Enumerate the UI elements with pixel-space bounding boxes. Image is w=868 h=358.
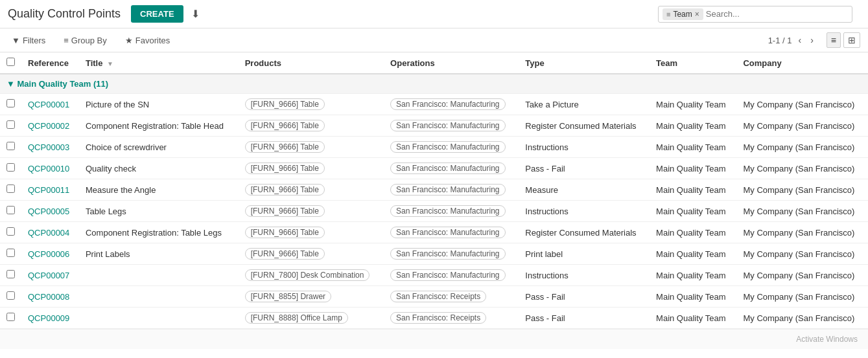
ref-link[interactable]: QCP00004 <box>28 228 69 238</box>
row-checkbox[interactable] <box>6 185 15 193</box>
row-product: [FURN_9666] Table <box>239 158 384 179</box>
row-ref[interactable]: QCP00006 <box>21 243 79 265</box>
table-row: QCP00008 [FURN_8855] Drawer San Francisc… <box>0 286 868 308</box>
ref-link[interactable]: QCP00006 <box>28 249 69 259</box>
ref-link[interactable]: QCP00010 <box>28 164 69 173</box>
row-checkbox[interactable] <box>6 313 15 321</box>
table-row: QCP00009 [FURN_8888] Office Lamp San Fra… <box>0 308 868 329</box>
row-type: Measure <box>519 179 650 201</box>
product-tag: [FURN_9666] Table <box>245 184 325 196</box>
row-checkbox-cell[interactable] <box>0 201 21 222</box>
row-operation: San Francisco: Manufacturing <box>384 94 519 115</box>
row-team: Main Quality Team <box>650 222 736 243</box>
grid-view-button[interactable]: ⊞ <box>843 32 860 48</box>
search-tag-team: ≡ Team × <box>663 8 703 20</box>
product-tag: [FURN_8855] Drawer <box>245 291 331 302</box>
row-ref[interactable]: QCP00007 <box>21 265 79 286</box>
row-ref[interactable]: QCP00004 <box>21 222 79 243</box>
row-checkbox-cell[interactable] <box>0 286 21 308</box>
row-title: Print Labels <box>79 243 239 265</box>
row-operation: San Francisco: Manufacturing <box>384 222 519 243</box>
row-team: Main Quality Team <box>650 265 736 286</box>
product-tag: [FURN_9666] Table <box>245 227 325 238</box>
ref-link[interactable]: QCP00001 <box>28 100 69 109</box>
ref-link[interactable]: QCP00011 <box>28 185 69 195</box>
row-company: My Company (San Francisco) <box>736 158 868 179</box>
groupby-button[interactable]: ≡ Group By <box>60 34 111 47</box>
row-checkbox-cell[interactable] <box>0 137 21 158</box>
ref-link[interactable]: QCP00008 <box>28 292 69 302</box>
list-view-button[interactable]: ≡ <box>827 32 841 48</box>
ref-link[interactable]: QCP00005 <box>28 207 69 216</box>
row-company: My Company (San Francisco) <box>736 286 868 308</box>
col-company: Company <box>736 52 868 74</box>
row-team: Main Quality Team <box>650 243 736 265</box>
table-body: ▼ Main Quality Team (11) QCP00001 Pictur… <box>0 74 868 329</box>
row-checkbox[interactable] <box>6 142 15 150</box>
row-checkbox-cell[interactable] <box>0 158 21 179</box>
row-checkbox[interactable] <box>6 206 15 214</box>
product-tag: [FURN_9666] Table <box>245 120 325 131</box>
tag-label: Team <box>673 10 692 19</box>
ref-link[interactable]: QCP00009 <box>28 313 69 323</box>
product-tag: [FURN_9666] Table <box>245 162 325 174</box>
row-ref[interactable]: QCP00003 <box>21 137 79 158</box>
row-checkbox[interactable] <box>6 120 15 129</box>
row-checkbox-cell[interactable] <box>0 94 21 115</box>
product-tag: [FURN_8888] Office Lamp <box>245 312 348 324</box>
row-team: Main Quality Team <box>650 158 736 179</box>
row-company: My Company (San Francisco) <box>736 201 868 222</box>
row-operation: San Francisco: Manufacturing <box>384 115 519 137</box>
download-button[interactable]: ⬇ <box>189 5 202 23</box>
col-type: Type <box>519 52 650 74</box>
product-tag: [FURN_9666] Table <box>245 141 325 153</box>
group-header-cell[interactable]: ▼ Main Quality Team (11) <box>0 74 868 94</box>
row-ref[interactable]: QCP00011 <box>21 179 79 201</box>
row-checkbox[interactable] <box>6 291 15 300</box>
ref-link[interactable]: QCP00003 <box>28 142 69 152</box>
row-checkbox[interactable] <box>6 99 15 107</box>
view-toggle: ≡ ⊞ <box>827 32 860 48</box>
tag-close-button[interactable]: × <box>695 10 699 19</box>
ref-link[interactable]: QCP00002 <box>28 121 69 131</box>
row-product: [FURN_9666] Table <box>239 115 384 137</box>
product-tag: [FURN_9666] Table <box>245 98 325 110</box>
create-button[interactable]: CREATE <box>131 5 183 23</box>
operation-tag: San Francisco: Receipts <box>390 312 486 324</box>
row-type: Print label <box>519 243 650 265</box>
operation-tag: San Francisco: Manufacturing <box>390 98 505 110</box>
row-checkbox[interactable] <box>6 227 15 236</box>
row-checkbox-cell[interactable] <box>0 243 21 265</box>
prev-page-button[interactable]: ‹ <box>795 34 804 47</box>
filters-button[interactable]: ▼ Filters <box>8 34 49 47</box>
select-all-checkbox[interactable] <box>6 58 15 66</box>
groupby-label: Group By <box>71 36 107 45</box>
row-checkbox[interactable] <box>6 163 15 172</box>
next-page-button[interactable]: › <box>808 34 816 47</box>
row-company: My Company (San Francisco) <box>736 308 868 329</box>
group-header-row: ▼ Main Quality Team (11) <box>0 74 868 94</box>
row-team: Main Quality Team <box>650 308 736 329</box>
row-checkbox[interactable] <box>6 270 15 278</box>
row-ref[interactable]: QCP00008 <box>21 286 79 308</box>
ref-link[interactable]: QCP00007 <box>28 271 69 280</box>
favorites-button[interactable]: ★ Favorites <box>121 34 174 47</box>
row-ref[interactable]: QCP00001 <box>21 94 79 115</box>
row-checkbox[interactable] <box>6 249 15 257</box>
row-ref[interactable]: QCP00005 <box>21 201 79 222</box>
row-ref[interactable]: QCP00002 <box>21 115 79 137</box>
row-checkbox-cell[interactable] <box>0 222 21 243</box>
main-table: Reference Title ▼ Products Operations Ty… <box>0 52 868 329</box>
select-all-header[interactable] <box>0 52 21 74</box>
col-title[interactable]: Title ▼ <box>79 52 239 74</box>
row-ref[interactable]: QCP00010 <box>21 158 79 179</box>
row-checkbox-cell[interactable] <box>0 179 21 201</box>
row-operation: San Francisco: Manufacturing <box>384 243 519 265</box>
row-type: Register Consumed Materials <box>519 115 650 137</box>
row-checkbox-cell[interactable] <box>0 265 21 286</box>
row-checkbox-cell[interactable] <box>0 308 21 329</box>
row-checkbox-cell[interactable] <box>0 115 21 137</box>
favorites-icon: ★ <box>125 36 133 45</box>
search-input[interactable] <box>706 9 848 19</box>
row-ref[interactable]: QCP00009 <box>21 308 79 329</box>
